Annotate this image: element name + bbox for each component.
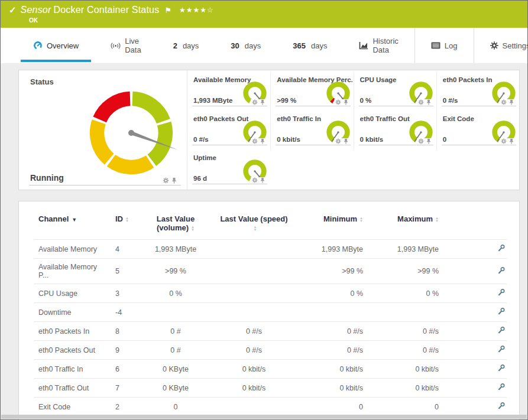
column-header-channel[interactable]: Channel▼ (34, 205, 111, 240)
status-gauge-cell: Status Running (19, 70, 187, 190)
tab-live-data[interactable]: Live Data (95, 28, 157, 63)
sort-icon: ▲▼ (359, 217, 363, 223)
sort-icon: ▲▼ (125, 217, 129, 223)
column-header-id[interactable]: ID▲▼ (111, 205, 137, 240)
gauge-value: 0 #/s (193, 136, 209, 143)
channel-settings-wrench-icon[interactable] (497, 345, 506, 353)
gauge-cell-eth0-traffic-out: eth0 Traffic Out 0 kbit/s (354, 111, 436, 150)
live-data-icon (111, 42, 121, 50)
column-header-maximum[interactable]: Maximum▲▼ (368, 205, 443, 240)
gear-icon[interactable] (252, 99, 258, 105)
gauge-icon (33, 41, 43, 50)
channel-settings-wrench-icon[interactable] (497, 402, 506, 410)
channel-settings-wrench-icon[interactable] (497, 288, 506, 297)
pin-icon[interactable] (260, 177, 265, 183)
pin-icon[interactable] (343, 99, 349, 105)
gear-icon[interactable] (501, 99, 507, 105)
log-list-icon (431, 42, 440, 49)
gear-icon[interactable] (335, 138, 341, 144)
sort-icon: ▲▼ (191, 226, 195, 232)
tab-bar: Overview Live Data 2days 30days 365days (1, 28, 527, 63)
gear-icon[interactable] (252, 138, 258, 144)
gear-icon (490, 41, 498, 50)
table-row: CPU Usage3 0 % 0 %0 % (34, 284, 507, 303)
area-chart-icon (359, 41, 368, 50)
gauge-value: >99 % (277, 97, 296, 104)
gear-icon[interactable] (163, 177, 169, 184)
gauge-value: 1,993 MByte (193, 97, 232, 104)
tab-settings[interactable]: Settings (474, 28, 528, 63)
table-row: eth0 Packets Out9 0 #0 #/s 0 #/s0 #/s (34, 341, 507, 360)
pin-icon[interactable] (426, 99, 432, 105)
gauge-value: 96 d (193, 175, 207, 182)
status-donut-gauge (80, 82, 182, 184)
tab-365-days[interactable]: 365days (277, 28, 343, 63)
pin-icon[interactable] (171, 177, 177, 184)
sort-icon: ▲▼ (254, 226, 257, 232)
table-row: Downtime-4 (34, 303, 507, 322)
channels-table-panel: Channel▼ ID▲▼ Last Value (volume)▲▼ Last… (18, 201, 520, 420)
table-row: Exit Code2 0 00 (34, 398, 507, 416)
gauge-cell-exit-code: Exit Code 0 (436, 111, 519, 150)
channel-settings-wrench-icon[interactable] (497, 266, 506, 275)
table-row: eth0 Traffic Out7 0 KByte0 kbit/s 0 kbit… (34, 379, 507, 398)
horizontal-scrollbar[interactable] (1, 415, 527, 419)
pin-icon[interactable] (508, 138, 514, 144)
sensor-kind-label: Sensor (21, 5, 51, 15)
status-check-icon: ✓ (9, 5, 17, 15)
gear-icon[interactable] (418, 99, 424, 105)
gauge-cell-available-memory: Available Memory 1,993 MByte (187, 72, 270, 111)
tab-2-days[interactable]: 2days (157, 28, 215, 63)
pin-icon[interactable] (260, 138, 265, 144)
content-area: Status Running (1, 63, 527, 420)
gauge-cell-cpu-usage: CPU Usage 0 % (354, 72, 436, 111)
gear-icon[interactable] (335, 99, 341, 105)
pin-icon[interactable] (508, 99, 514, 105)
column-header-last-value-volume[interactable]: Last Value (volume)▲▼ (137, 205, 214, 240)
gauge-value: 0 (443, 136, 446, 143)
gear-icon[interactable] (501, 138, 507, 144)
channel-settings-wrench-icon[interactable] (497, 244, 506, 252)
gauge-cell-eth0-packets-out: eth0 Packets Out 0 #/s (187, 111, 270, 150)
pin-icon[interactable] (343, 138, 349, 144)
channel-settings-wrench-icon[interactable] (497, 326, 506, 334)
flag-icon[interactable]: ⚑ (164, 6, 171, 15)
sensor-header: ✓ SensorDocker Container Status ⚑ ★★★★☆ … (1, 1, 527, 28)
table-row: eth0 Traffic In6 0 KByte0 kbit/s 0 kbit/… (34, 360, 507, 379)
prtg-sensor-page: ✓ SensorDocker Container Status ⚑ ★★★★☆ … (0, 0, 528, 420)
channel-settings-wrench-icon[interactable] (497, 364, 506, 372)
gauge-value: 0 % (360, 97, 372, 104)
gauge-value: 0 kbit/s (277, 136, 300, 143)
column-header-last-value-speed[interactable]: Last Value (speed)▲▼ (214, 205, 294, 240)
gauge-value: 0 kbit/s (360, 136, 384, 143)
tab-historic-data[interactable]: Historic Data (343, 28, 414, 63)
gauge-value: 0 #/s (443, 97, 458, 104)
pin-icon[interactable] (260, 99, 265, 105)
column-header-minimum[interactable]: Minimum▲▼ (294, 205, 368, 240)
status-gauge-value: Running (30, 173, 64, 183)
status-badge: OK (29, 17, 519, 24)
channels-table: Channel▼ ID▲▼ Last Value (volume)▲▼ Last… (34, 205, 507, 420)
table-row: Available Memory4 1,993 MByte 1,993 MByt… (34, 240, 507, 259)
gauge-cell-available-memory-percent: Available Memory Perc... >99 % (270, 72, 353, 111)
tab-overview[interactable]: Overview (17, 28, 95, 63)
status-gauge-title: Status (30, 77, 54, 86)
table-row: eth0 Packets In8 0 #0 #/s 0 #/s0 #/s (34, 322, 507, 341)
gear-icon[interactable] (418, 138, 424, 144)
gear-icon[interactable] (252, 177, 258, 183)
gauge-cell-uptime: Uptime 96 d (187, 150, 270, 189)
channel-settings-wrench-icon[interactable] (497, 383, 506, 391)
mini-gauge-grid: Available Memory 1,993 MByte (187, 70, 519, 190)
pin-icon[interactable] (426, 138, 432, 144)
sort-icon: ▲▼ (435, 217, 439, 223)
gauge-cell-eth0-packets-in: eth0 Packets In 0 #/s (436, 72, 519, 111)
gauges-panel: Status Running (18, 70, 520, 190)
table-row: Available Memory P...5 >99 % >99 %>99 % (34, 259, 507, 284)
channel-settings-wrench-icon[interactable] (497, 307, 506, 315)
page-title: SensorDocker Container Status (21, 5, 160, 15)
sort-desc-icon: ▼ (72, 217, 77, 223)
tab-30-days[interactable]: 30days (215, 28, 277, 63)
tab-log[interactable]: Log (414, 28, 474, 63)
gauge-cell-eth0-traffic-in: eth0 Traffic In 0 kbit/s (270, 111, 353, 150)
priority-star-rating[interactable]: ★★★★☆ (179, 6, 214, 14)
